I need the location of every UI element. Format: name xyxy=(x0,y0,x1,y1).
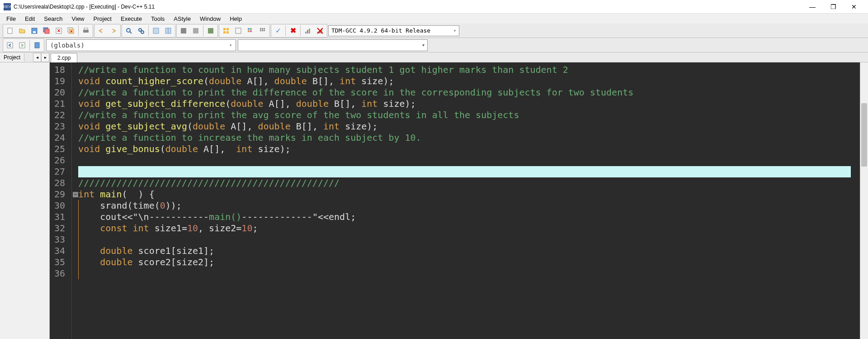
menu-tools[interactable]: Tools xyxy=(146,14,169,23)
code-line[interactable]: //write a function to print the avg scor… xyxy=(78,110,860,121)
minimize-button[interactable]: — xyxy=(802,0,823,14)
svg-rect-35 xyxy=(262,30,263,31)
close-all-icon[interactable]: × xyxy=(65,25,77,37)
stop-execution-icon[interactable]: ✖ xyxy=(287,25,299,37)
line-number: 34 xyxy=(54,245,65,257)
title-text: C:\Users\reala\Desktop\2.cpp - [Executin… xyxy=(14,4,802,10)
project-grid2-icon[interactable] xyxy=(257,25,269,37)
close-button[interactable]: ✕ xyxy=(844,0,864,14)
insert-bookmark-icon[interactable] xyxy=(31,39,43,51)
project-grid-icon[interactable] xyxy=(245,25,256,37)
code-editor[interactable]: 18192021222324252627282930313233343536 /… xyxy=(50,62,868,339)
line-number: 20 xyxy=(54,87,65,98)
vertical-scrollbar[interactable] xyxy=(860,62,868,339)
code-line[interactable]: void get_subject_avg(double A[], double … xyxy=(78,121,860,132)
svg-rect-47 xyxy=(35,43,39,48)
replace-icon[interactable] xyxy=(135,25,147,37)
line-number: 33 xyxy=(54,234,65,245)
code-line[interactable]: cout<<"\n-----------main()-------------"… xyxy=(78,211,860,223)
file-tab-bar: 2.cpp xyxy=(50,53,868,62)
project-tab[interactable]: Project xyxy=(0,53,24,62)
bookmark-icon[interactable] xyxy=(162,25,174,37)
menu-astyle[interactable]: AStyle xyxy=(169,14,195,23)
run-icon[interactable] xyxy=(190,25,202,37)
goto-forward-icon[interactable] xyxy=(16,39,28,51)
undo-icon[interactable] xyxy=(95,25,107,37)
svg-rect-16 xyxy=(153,28,159,33)
menu-help[interactable]: Help xyxy=(225,14,246,23)
member-selector[interactable]: ▾ xyxy=(238,39,428,51)
maximize-button[interactable]: ❐ xyxy=(823,0,844,14)
file-tab[interactable]: 2.cpp xyxy=(51,53,77,62)
line-number: 29 xyxy=(54,189,65,200)
compile-run-icon[interactable] xyxy=(205,25,217,37)
svg-rect-27 xyxy=(248,28,250,30)
main-toolbar: × × ✓ ✖ TDM-GCC 4.9.2 64-bit Release ▾ xyxy=(0,24,868,38)
code-line[interactable] xyxy=(78,166,851,177)
svg-point-15 xyxy=(141,31,144,33)
code-line[interactable]: void get_subject_difference(double A[], … xyxy=(78,98,860,110)
find-icon[interactable] xyxy=(123,25,135,37)
code-line[interactable]: //write a function to increase the marks… xyxy=(78,132,860,143)
menu-project[interactable]: Project xyxy=(89,14,116,23)
delete-profile-icon[interactable] xyxy=(314,25,326,37)
menu-window[interactable]: Window xyxy=(195,14,225,23)
close-file-icon[interactable]: × xyxy=(53,25,65,37)
code-line[interactable]: ////////////////////////////////////////… xyxy=(78,177,860,189)
line-number: 24 xyxy=(54,132,65,143)
code-line[interactable]: void give_bonus(double A[], int size); xyxy=(78,143,860,155)
svg-rect-34 xyxy=(260,30,261,31)
menubar: FileEditSearchViewProjectExecuteToolsASt… xyxy=(0,14,868,24)
svg-rect-0 xyxy=(8,28,12,33)
menu-view[interactable]: View xyxy=(67,14,89,23)
svg-point-12 xyxy=(127,29,130,32)
sidebar-scroll-left-icon[interactable]: ◂ xyxy=(33,53,41,62)
compiler-selector[interactable]: TDM-GCC 4.9.2 64-bit Release ▾ xyxy=(328,25,459,36)
chevron-down-icon: ▾ xyxy=(422,43,425,48)
open-file-icon[interactable] xyxy=(16,25,28,37)
redo-icon[interactable] xyxy=(108,25,119,37)
project-options-icon[interactable] xyxy=(232,25,244,37)
svg-text:×: × xyxy=(57,28,60,34)
code-line[interactable]: −int main( ) { xyxy=(78,189,860,200)
code-line[interactable]: double score2[size2]; xyxy=(78,257,860,268)
editor-pane: 2.cpp 1819202122232425262728293031323334… xyxy=(50,53,868,339)
code-line[interactable] xyxy=(78,268,860,279)
svg-rect-33 xyxy=(264,28,265,29)
code-line[interactable]: const int size1=10, size2=10; xyxy=(78,223,860,234)
scrollbar-thumb[interactable] xyxy=(861,103,867,167)
new-project-icon[interactable] xyxy=(220,25,232,37)
code-line[interactable] xyxy=(78,234,860,245)
new-file-icon[interactable] xyxy=(4,25,16,37)
menu-edit[interactable]: Edit xyxy=(20,14,39,23)
menu-file[interactable]: File xyxy=(2,14,20,23)
menu-search[interactable]: Search xyxy=(39,14,67,23)
svg-rect-32 xyxy=(262,28,263,29)
compile-icon[interactable] xyxy=(178,25,189,37)
svg-rect-37 xyxy=(305,32,307,33)
save-icon[interactable] xyxy=(28,25,40,37)
code-line[interactable]: srand(time(0)); xyxy=(78,200,860,211)
goto-back-icon[interactable] xyxy=(4,39,16,51)
line-gutter: 18192021222324252627282930313233343536 xyxy=(50,62,72,339)
svg-rect-19 xyxy=(181,28,186,33)
scope-selector[interactable]: (globals) ▾ xyxy=(46,39,236,51)
print-icon[interactable] xyxy=(80,25,92,37)
menu-execute[interactable]: Execute xyxy=(116,14,146,23)
svg-rect-30 xyxy=(250,30,252,32)
save-all-icon[interactable] xyxy=(41,25,52,37)
sidebar-scroll-right-icon[interactable]: ▸ xyxy=(41,53,49,62)
fold-toggle-icon[interactable]: − xyxy=(73,192,78,197)
code-content[interactable]: //write a function to count in how many … xyxy=(72,62,860,339)
code-line[interactable]: //write a function to print the differen… xyxy=(78,87,860,98)
svg-rect-31 xyxy=(260,28,261,29)
code-line[interactable]: void count_higher_score(double A[], doub… xyxy=(78,76,860,87)
svg-rect-36 xyxy=(264,30,265,31)
code-line[interactable]: double score1[size1]; xyxy=(78,245,860,257)
code-line[interactable]: //write a function to count in how many … xyxy=(78,64,860,76)
line-number: 26 xyxy=(54,155,65,166)
code-line[interactable] xyxy=(78,155,860,166)
debug-checkmark-icon[interactable]: ✓ xyxy=(272,25,284,37)
profile-icon[interactable] xyxy=(302,25,314,37)
goto-line-icon[interactable] xyxy=(150,25,162,37)
